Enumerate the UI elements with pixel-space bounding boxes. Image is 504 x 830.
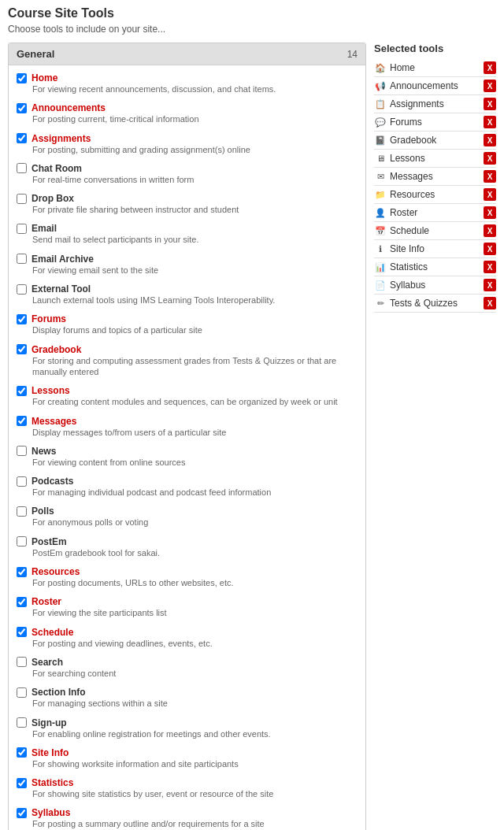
tool-desc-resources: For posting documents, URLs to other web… xyxy=(32,577,358,588)
tool-checkbox-email-archive[interactable] xyxy=(17,254,27,264)
tool-checkbox-search[interactable] xyxy=(17,657,27,667)
tool-checkbox-schedule[interactable] xyxy=(17,627,27,637)
tool-desc-section-info: For managing sections within a site xyxy=(32,698,358,709)
tool-checkbox-postem[interactable] xyxy=(17,536,27,547)
tool-item-syllabus: SyllabusFor posting a summary outline an… xyxy=(9,803,365,830)
selected-tool-name-lessons: Lessons xyxy=(390,153,425,164)
selected-tool-icon-gradebook: 📓 xyxy=(374,134,387,146)
remove-button-announcements[interactable]: X xyxy=(484,80,496,92)
remove-button-forums[interactable]: X xyxy=(484,116,496,128)
selected-tool-assignments: 📋AssignmentsX xyxy=(374,95,496,113)
tool-checkbox-polls[interactable] xyxy=(17,506,27,517)
tool-name-lessons: Lessons xyxy=(32,385,70,396)
tool-checkbox-site-info[interactable] xyxy=(17,747,27,758)
tool-checkbox-roster[interactable] xyxy=(17,597,27,607)
tool-desc-gradebook: For storing and computing assessment gra… xyxy=(32,355,358,378)
tool-checkbox-home[interactable] xyxy=(17,73,27,83)
tool-checkbox-drop-box[interactable] xyxy=(17,194,27,204)
remove-button-statistics[interactable]: X xyxy=(484,261,496,273)
tool-checkbox-announcements[interactable] xyxy=(17,103,27,113)
tool-desc-chat-room: For real-time conversations in written f… xyxy=(32,174,358,185)
tool-checkbox-assignments[interactable] xyxy=(17,133,27,143)
selected-tool-left-resources: 📁Resources xyxy=(374,188,435,201)
tool-item-header-home: Home xyxy=(17,72,358,83)
selected-tool-left-gradebook: 📓Gradebook xyxy=(374,134,436,146)
selected-tool-icon-forums: 💬 xyxy=(374,116,387,128)
tool-checkbox-email[interactable] xyxy=(17,224,27,234)
tool-item-header-external-tool: External Tool xyxy=(17,283,358,295)
tool-desc-home: For viewing recent announcements, discus… xyxy=(32,83,358,94)
tool-item-news: NewsFor viewing content from online sour… xyxy=(9,442,365,472)
tool-item-header-assignments: Assignments xyxy=(17,133,358,144)
selected-panel: Selected tools 🏠HomeX📢AnnouncementsX📋Ass… xyxy=(374,43,496,313)
remove-button-resources[interactable]: X xyxy=(484,188,496,201)
tool-name-podcasts: Podcasts xyxy=(32,476,73,487)
selected-tool-home: 🏠HomeX xyxy=(374,59,496,77)
tool-checkbox-syllabus[interactable] xyxy=(17,808,27,818)
tool-item-header-forums: Forums xyxy=(17,313,358,324)
page-title: Course Site Tools xyxy=(8,6,496,20)
tool-item-header-lessons: Lessons xyxy=(17,385,358,396)
tool-checkbox-resources[interactable] xyxy=(17,567,27,577)
selected-tool-icon-assignments: 📋 xyxy=(374,98,387,110)
tool-checkbox-section-info[interactable] xyxy=(17,687,27,698)
tool-name-messages: Messages xyxy=(32,416,76,427)
remove-button-site-info[interactable]: X xyxy=(484,243,496,255)
selected-tool-forums: 💬ForumsX xyxy=(374,113,496,132)
remove-button-home[interactable]: X xyxy=(484,61,496,74)
tool-name-news: News xyxy=(32,446,56,457)
selected-tool-name-announcements: Announcements xyxy=(390,80,458,91)
tool-item-section-info: Section InfoFor managing sections within… xyxy=(9,683,365,713)
tool-item-statistics: StatisticsFor showing site statistics by… xyxy=(9,773,365,803)
tool-item-header-messages: Messages xyxy=(17,416,358,427)
remove-button-gradebook[interactable]: X xyxy=(484,134,496,146)
tool-checkbox-news[interactable] xyxy=(17,446,27,456)
tool-item-external-tool: External ToolLaunch external tools using… xyxy=(9,280,365,309)
selected-tool-messages: ✉MessagesX xyxy=(374,168,496,186)
tool-item-header-podcasts: Podcasts xyxy=(17,476,358,487)
selected-tool-icon-schedule: 📅 xyxy=(374,224,387,237)
tool-checkbox-podcasts[interactable] xyxy=(17,476,27,487)
selected-tool-name-messages: Messages xyxy=(390,171,433,182)
tool-name-announcements: Announcements xyxy=(32,102,106,113)
selected-tool-icon-lessons: 🖥 xyxy=(374,152,387,165)
panel-header-title: General xyxy=(17,48,54,60)
selected-tool-left-tests-quizzes: ✏Tests & Quizzes xyxy=(374,297,458,309)
selected-tool-announcements: 📢AnnouncementsX xyxy=(374,77,496,95)
selected-tool-gradebook: 📓GradebookX xyxy=(374,132,496,150)
tool-item-sign-up: Sign-upFor enabling online registration … xyxy=(9,713,365,743)
remove-button-schedule[interactable]: X xyxy=(484,224,496,237)
selected-tool-name-assignments: Assignments xyxy=(390,98,444,109)
remove-button-tests-quizzes[interactable]: X xyxy=(484,297,496,309)
tool-item-email: EmailSend mail to select participants in… xyxy=(9,219,365,249)
tool-desc-messages: Display messages to/from users of a part… xyxy=(32,427,358,438)
tool-checkbox-gradebook[interactable] xyxy=(17,344,27,354)
tool-name-email-archive: Email Archive xyxy=(32,254,94,265)
tool-name-search: Search xyxy=(32,657,63,668)
tool-item-drop-box: Drop BoxFor private file sharing between… xyxy=(9,189,365,219)
tool-item-site-info: Site InfoFor showing worksite informatio… xyxy=(9,743,365,773)
remove-button-lessons[interactable]: X xyxy=(484,152,496,165)
tool-item-roster: RosterFor viewing the site participants … xyxy=(9,592,365,622)
tool-checkbox-chat-room[interactable] xyxy=(17,163,27,173)
tool-checkbox-forums[interactable] xyxy=(17,314,27,324)
tool-checkbox-messages[interactable] xyxy=(17,416,27,426)
selected-tool-icon-site-info: ℹ xyxy=(374,243,387,255)
tool-desc-statistics: For showing site statistics by user, eve… xyxy=(32,788,358,799)
selected-tool-name-resources: Resources xyxy=(390,189,435,200)
tool-checkbox-lessons[interactable] xyxy=(17,386,27,396)
tool-checkbox-external-tool[interactable] xyxy=(17,284,27,295)
tool-item-gradebook: GradebookFor storing and computing asses… xyxy=(9,340,365,382)
remove-button-syllabus[interactable]: X xyxy=(484,279,496,291)
remove-button-roster[interactable]: X xyxy=(484,206,496,219)
tool-item-header-site-info: Site Info xyxy=(17,747,358,758)
tool-name-home: Home xyxy=(32,72,57,83)
selected-tool-left-schedule: 📅Schedule xyxy=(374,224,429,237)
tool-desc-syllabus: For posting a summary outline and/or req… xyxy=(32,818,358,829)
remove-button-messages[interactable]: X xyxy=(484,170,496,183)
remove-button-assignments[interactable]: X xyxy=(484,98,496,110)
tool-checkbox-statistics[interactable] xyxy=(17,778,27,788)
selected-tool-statistics: 📊StatisticsX xyxy=(374,258,496,276)
tool-item-messages: MessagesDisplay messages to/from users o… xyxy=(9,412,365,442)
tool-checkbox-sign-up[interactable] xyxy=(17,717,27,728)
